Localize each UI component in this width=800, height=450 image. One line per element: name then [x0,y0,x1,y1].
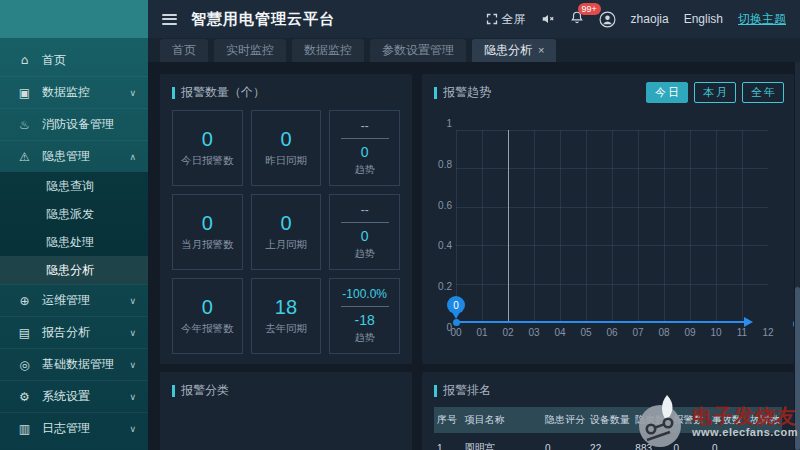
username[interactable]: zhaojia [631,12,669,26]
submenu-item-hazard-dispatch[interactable]: 隐患派发 [0,200,148,228]
x-tick: 03 [525,327,543,338]
chevron-down-icon: ∨ [129,392,136,402]
range-button-month[interactable]: 本月 [694,82,736,103]
database-icon: ◎ [17,358,32,372]
sidebar: ⌂ 首页 ▣ 数据监控 ∨ ♨ 消防设备管理 ⚠ 隐患管理 ∧ 隐患查询 隐患派… [0,0,148,450]
trend-label: 趋势 [355,331,375,345]
tab-parameter-settings[interactable]: 参数设置管理 [370,39,466,62]
col-device-count: 设备数量 [587,407,632,433]
submenu-item-hazard-query[interactable]: 隐患查询 [0,172,148,200]
title-accent-bar [434,87,437,99]
col-project-name: 项目名称 [462,407,542,433]
x-tick: 10 [707,327,725,338]
page-scrollbar[interactable] [795,62,800,450]
divider [341,222,389,223]
y-tick: 0.6 [438,201,452,211]
fire-equipment-icon: ♨ [17,118,32,132]
trend-top-value: -- [361,119,369,133]
panel-title-text: 报警数量（个） [181,84,265,101]
col-index: 序号 [434,407,462,433]
fullscreen-button[interactable]: 全屏 [486,11,526,28]
title-accent-bar [172,87,175,99]
sidebar-item-hazard-management[interactable]: ⚠ 隐患管理 ∧ [0,140,148,172]
trend-top-value: -100.0% [342,287,387,301]
x-tick: 09 [681,327,699,338]
x-tick: 01 [473,327,491,338]
stat-value: 0 [280,128,291,151]
range-button-today[interactable]: 今日 [646,82,688,103]
panel-title-text: 报警趋势 [443,84,491,101]
sidebar-item-label: 基础数据管理 [42,356,114,373]
theme-toggle-link[interactable]: 切换主题 [738,11,786,28]
stat-label: 今日报警数 [181,154,234,168]
tab-hazard-analysis[interactable]: 隐患分析 × [472,39,556,62]
sidebar-item-label: 数据监控 [42,84,90,101]
line-chart-plot-area[interactable]: 0 [456,130,768,322]
cell-index: 1 [434,433,462,450]
sidebar-item-base-data[interactable]: ◎ 基础数据管理 ∨ [0,348,148,380]
ops-icon: ⊕ [17,294,32,308]
mute-button[interactable] [541,12,555,26]
trend-bottom-value: -18 [355,312,375,328]
language-switch[interactable]: English [684,12,723,26]
submenu-label: 隐患查询 [46,178,94,195]
submenu-label: 隐患派发 [46,206,94,223]
hazard-submenu: 隐患查询 隐患派发 隐患处理 隐患分析 [0,172,148,284]
stat-label: 去年同期 [265,322,307,336]
chevron-down-icon: ∨ [129,360,136,370]
data-point-marker: 0 [447,296,465,314]
tab-home[interactable]: 首页 [160,39,208,62]
x-tick: 12 [759,327,777,338]
y-tick: 0.8 [438,160,452,170]
sidebar-item-system-settings[interactable]: ⚙ 系统设置 ∨ [0,380,148,412]
gear-icon: ⚙ [17,390,32,404]
avatar[interactable] [599,11,616,28]
sidebar-item-data-monitor[interactable]: ▣ 数据监控 ∨ [0,76,148,108]
collapse-menu-icon[interactable] [162,14,177,25]
header-actions: 全屏 99+ zhaojia English 切换主题 [486,10,786,28]
submenu-item-hazard-analysis[interactable]: 隐患分析 [0,256,148,284]
close-icon[interactable]: × [538,44,544,56]
tab-bar: 首页 实时监控 数据监控 参数设置管理 隐患分析 × [148,38,800,62]
trend-label: 趋势 [355,247,375,261]
divider [341,306,389,307]
range-switcher: 今日 本月 全年 [646,82,784,103]
tab-data-monitor[interactable]: 数据监控 [292,39,364,62]
sidebar-item-label: 消防设备管理 [42,116,114,133]
x-tick: 02 [499,327,517,338]
alarm-classify-panel: 报警分类 [160,372,412,450]
user-avatar-icon [599,11,616,28]
trend-card-month: -- 0 趋势 [329,194,400,270]
trend-card-day: -- 0 趋势 [329,110,400,186]
cell-hazard-score: 0 [542,433,587,450]
classify-panel-title: 报警分类 [160,372,412,399]
elecfans-logo-icon [634,394,688,450]
sidebar-menu: ⌂ 首页 ▣ 数据监控 ∨ ♨ 消防设备管理 ⚠ 隐患管理 ∧ 隐患查询 隐患派… [0,38,148,444]
panel-title-text: 报警分类 [181,382,229,399]
header: 智慧用电管理云平台 全屏 99+ zhaojia English 切换主题 [148,0,800,38]
stat-value: 18 [275,296,297,319]
watermark-text: 电子发烧友 www.elecfans.com [692,406,798,439]
report-icon: ▤ [17,326,32,340]
sidebar-item-label: 运维管理 [42,292,90,309]
sidebar-item-report-analysis[interactable]: ▤ 报告分析 ∨ [0,316,148,348]
submenu-item-hazard-handle[interactable]: 隐患处理 [0,228,148,256]
sidebar-item-ops-management[interactable]: ⊕ 运维管理 ∨ [0,284,148,316]
cell-device-count: 22 [587,433,632,450]
stat-value: 0 [202,212,213,235]
sidebar-item-label: 系统设置 [42,388,90,405]
tab-label: 隐患分析 [484,42,532,59]
sidebar-item-home[interactable]: ⌂ 首页 [0,44,148,76]
tab-realtime-monitor[interactable]: 实时监控 [214,39,286,62]
notifications-button[interactable]: 99+ [570,10,584,28]
range-button-year[interactable]: 全年 [742,82,784,103]
sidebar-item-log-management[interactable]: ▥ 日志管理 ∨ [0,412,148,444]
divider [341,138,389,139]
stat-label: 昨日同期 [265,154,307,168]
sidebar-item-fire-equipment[interactable]: ♨ 消防设备管理 [0,108,148,140]
sidebar-item-label: 隐患管理 [42,148,90,165]
alarm-count-panel: 报警数量（个） 0 今日报警数 0 昨日同期 -- 0 趋势 0 当月报警数 0… [160,74,412,364]
trend-top-value: -- [361,203,369,217]
title-accent-bar [172,385,175,397]
submenu-label: 隐患分析 [46,262,94,279]
